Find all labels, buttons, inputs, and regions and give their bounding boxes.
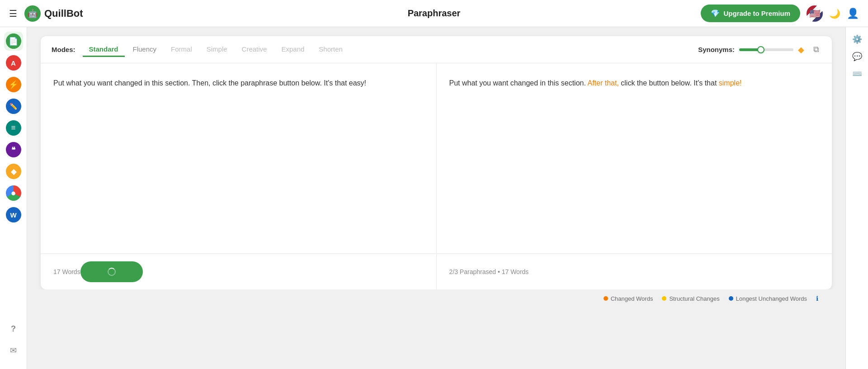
logo[interactable]: 🤖 QuillBot [24, 5, 83, 22]
loading-spinner [108, 268, 116, 276]
premium-icon: ◆ [6, 164, 21, 179]
mail-icon: ✉ [10, 345, 17, 355]
header-actions: ⧉ [811, 43, 821, 56]
mode-creative[interactable]: Creative [236, 43, 274, 57]
sidebar-item-summarizer[interactable]: ⚡ [4, 75, 23, 94]
output-text-part1: Put what you want changed in this sectio… [449, 79, 588, 87]
paraphrase-status: 2/3 Paraphrased • 17 Words [449, 268, 529, 275]
chrome-icon: ⬤ [6, 185, 21, 201]
logo-icon: 🤖 [24, 5, 41, 22]
changed-words-label: Changed Words [611, 295, 653, 302]
legend-changed-words: Changed Words [604, 295, 653, 302]
sidebar-item-premium[interactable]: ◆ [4, 162, 23, 181]
diamond-icon: 💎 [711, 9, 720, 18]
output-footer: 2/3 Paraphrased • 17 Words [437, 254, 832, 289]
legend-info-icon[interactable]: ℹ [816, 295, 818, 302]
copy-button[interactable]: ⧉ [811, 43, 821, 56]
sidebar-item-ai-writer[interactable]: ✏️ [4, 97, 23, 116]
comments-button[interactable]: 💬 [852, 52, 862, 62]
sidebar-bottom: ? ✉ [4, 319, 23, 364]
slider-thumb[interactable] [757, 46, 764, 53]
settings-button[interactable]: ⚙️ [852, 34, 862, 44]
mode-formal[interactable]: Formal [165, 43, 198, 57]
mode-standard[interactable]: Standard [83, 43, 125, 57]
output-highlight-afterthat: After that, [587, 79, 618, 87]
flag-icon[interactable]: 🇺🇸 [807, 5, 823, 22]
synonyms-slider[interactable] [739, 48, 793, 51]
output-highlight-simple: simple! [719, 79, 742, 87]
mode-expand[interactable]: Expand [275, 43, 311, 57]
synonyms-premium-icon: ◆ [798, 45, 804, 55]
structural-changes-dot [662, 296, 666, 301]
upgrade-button[interactable]: 💎 Upgrade to Premium [701, 5, 800, 22]
summarizer-icon: ⚡ [6, 77, 21, 92]
mode-shorten[interactable]: Shorten [312, 43, 349, 57]
sidebar-item-paraphraser[interactable]: 📄 [4, 32, 23, 51]
header-left: ☰ 🤖 QuillBot [9, 5, 83, 22]
header-right: 💎 Upgrade to Premium 🇺🇸 🌙 👤 [701, 5, 859, 22]
hamburger-icon[interactable]: ☰ [9, 8, 17, 19]
word-icon: W [6, 207, 21, 222]
user-icon[interactable]: 👤 [847, 8, 859, 19]
editor-area: Put what you want changed in this sectio… [41, 63, 832, 253]
legend-longest-unchanged: Longest Unchanged Words [729, 295, 807, 302]
input-footer: 17 Words [41, 254, 436, 289]
mode-simple[interactable]: Simple [200, 43, 234, 57]
sidebar-item-chrome[interactable]: ⬤ [4, 184, 23, 203]
quotes-icon: ❝ [6, 142, 21, 157]
input-text[interactable]: Put what you want changed in this sectio… [53, 77, 424, 89]
sidebar-item-mail[interactable]: ✉ [4, 341, 23, 360]
sidebar-item-grammar[interactable]: A [4, 53, 23, 72]
modes-list: Standard Fluency Formal Simple Creative … [83, 43, 349, 57]
editor-footer-row: 17 Words 2/3 Paraphrased • 17 Words [41, 253, 832, 289]
logo-text: QuillBot [44, 8, 83, 19]
input-word-count: 17 Words [53, 268, 80, 275]
main-content: Modes: Standard Fluency Formal Simple Cr… [27, 27, 845, 369]
paraphraser-card: Modes: Standard Fluency Formal Simple Cr… [41, 36, 832, 289]
right-sidebar: ⚙️ 💬 ⌨️ [845, 27, 868, 369]
legend-structural-changes: Structural Changes [662, 295, 719, 302]
grammar-icon: A [6, 55, 21, 71]
paraphrase-button[interactable] [80, 261, 143, 282]
mode-fluency[interactable]: Fluency [127, 43, 163, 57]
header: ☰ 🤖 QuillBot Paraphraser 💎 Upgrade to Pr… [0, 0, 868, 27]
sidebar-item-help[interactable]: ? [4, 319, 23, 338]
sidebar-item-word[interactable]: W [4, 205, 23, 224]
modes-label: Modes: [52, 46, 75, 53]
page-title: Paraphraser [408, 8, 461, 19]
longest-unchanged-dot [729, 296, 733, 301]
input-text-content: Put what you want changed in this sectio… [53, 79, 366, 87]
longest-unchanged-label: Longest Unchanged Words [736, 295, 807, 302]
synonyms-label: Synonyms: [698, 46, 735, 53]
structural-changes-label: Structural Changes [669, 295, 719, 302]
synonyms-section: Synonyms: ◆ [698, 45, 804, 55]
help-icon: ? [11, 324, 16, 334]
flow-icon: ≡ [6, 120, 21, 136]
sidebar: 📄 A ⚡ ✏️ ≡ ❝ ◆ ⬤ W ? ✉ [0, 27, 27, 369]
output-text: Put what you want changed in this sectio… [449, 77, 820, 89]
moon-icon[interactable]: 🌙 [829, 8, 840, 19]
modes-bar: Modes: Standard Fluency Formal Simple Cr… [41, 36, 832, 63]
ai-writer-icon: ✏️ [6, 99, 21, 114]
output-pane: Put what you want changed in this sectio… [437, 63, 832, 253]
paraphraser-icon: 📄 [6, 33, 21, 49]
output-text-part2: click the button below. It's that [619, 79, 719, 87]
input-pane: Put what you want changed in this sectio… [41, 63, 436, 253]
sidebar-item-quotes[interactable]: ❝ [4, 140, 23, 159]
sidebar-item-flow[interactable]: ≡ [4, 118, 23, 137]
keyboard-button[interactable]: ⌨️ [852, 69, 862, 79]
changed-words-dot [604, 296, 608, 301]
upgrade-label: Upgrade to Premium [723, 9, 790, 17]
footer-legend: Changed Words Structural Changes Longest… [41, 289, 832, 308]
